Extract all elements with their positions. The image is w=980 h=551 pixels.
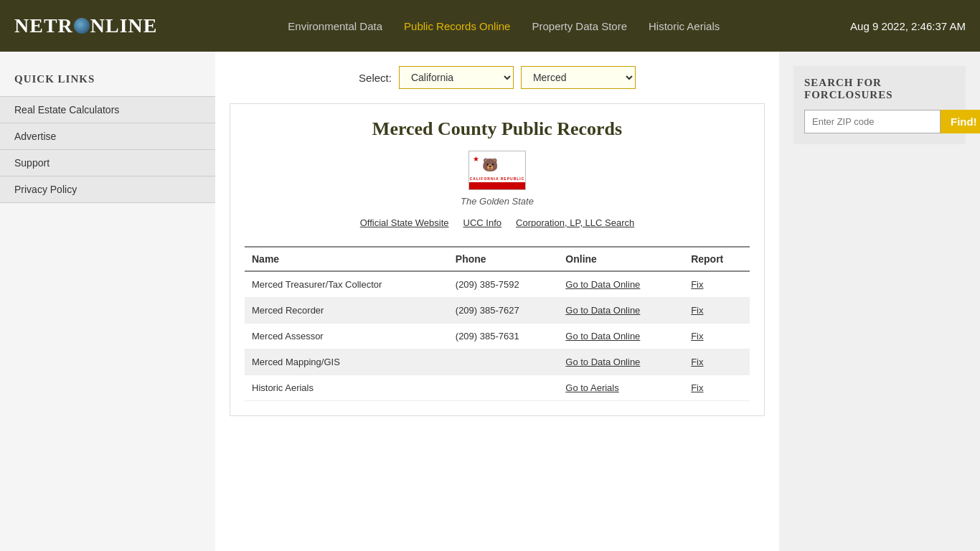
- fix-link-3[interactable]: Fix: [691, 357, 703, 367]
- find-button[interactable]: Find!: [941, 110, 980, 133]
- select-label: Select:: [359, 72, 392, 84]
- table-row: Historic Aerials Go to Aerials Fix: [245, 375, 750, 401]
- col-name: Name: [245, 247, 448, 271]
- nav-property-data-store[interactable]: Property Data Store: [532, 20, 627, 32]
- table-row: Merced Treasurer/Tax Collector (209) 385…: [245, 271, 750, 298]
- sidebar-item-privacy-policy[interactable]: Privacy Policy: [0, 176, 215, 203]
- row-name: Merced Mapping/GIS: [245, 349, 448, 375]
- fix-link-1[interactable]: Fix: [691, 305, 703, 316]
- official-state-website-link[interactable]: Official State Website: [360, 217, 449, 228]
- state-links: Official State Website UCC Info Corporat…: [245, 217, 750, 228]
- row-online: Go to Data Online: [558, 298, 684, 324]
- sidebar-item-support[interactable]: Support: [0, 149, 215, 176]
- fix-link-0[interactable]: Fix: [691, 279, 703, 290]
- records-table: Name Phone Online Report Merced Treasure…: [245, 246, 750, 401]
- nav-historic-aerials[interactable]: Historic Aerials: [649, 20, 720, 32]
- col-phone: Phone: [448, 247, 559, 271]
- row-phone: (209) 385-7631: [448, 324, 559, 349]
- row-name: Merced Assessor: [245, 324, 448, 349]
- row-report: Fix: [684, 349, 750, 375]
- state-nickname: The Golden State: [245, 196, 750, 207]
- county-select[interactable]: Merced Alameda Alpine Amador: [521, 66, 636, 89]
- state-flag-area: ★ 🐻 CALIFORNIA REPUBLIC The Golden State: [245, 151, 750, 207]
- row-name: Merced Recorder: [245, 298, 448, 324]
- go-to-data-online-link-2[interactable]: Go to Data Online: [565, 331, 640, 342]
- select-row: Select: California Alabama Alaska Arizon…: [230, 66, 765, 89]
- row-online: Go to Data Online: [558, 271, 684, 298]
- datetime-display: Aug 9 2022, 2:46:37 AM: [850, 20, 966, 32]
- globe-icon: [74, 18, 90, 34]
- nav-public-records-online[interactable]: Public Records Online: [404, 20, 510, 32]
- row-phone: (209) 385-7627: [448, 298, 559, 324]
- row-report: Fix: [684, 324, 750, 349]
- main-nav: Environmental Data Public Records Online…: [288, 20, 720, 32]
- main-content: Select: California Alabama Alaska Arizon…: [215, 52, 779, 551]
- table-header-row: Name Phone Online Report: [245, 247, 750, 271]
- row-online: Go to Aerials: [558, 375, 684, 401]
- row-name: Merced Treasurer/Tax Collector: [245, 271, 448, 298]
- table-row: Merced Assessor (209) 385-7631 Go to Dat…: [245, 324, 750, 349]
- foreclosure-input-row: Find!: [804, 110, 955, 133]
- quick-links-title: Quick Links: [0, 66, 215, 96]
- flag-bear: 🐻: [482, 157, 498, 173]
- flag-star: ★: [473, 155, 479, 163]
- table-head: Name Phone Online Report: [245, 247, 750, 271]
- row-phone: [448, 375, 559, 401]
- table-row: Merced Recorder (209) 385-7627 Go to Dat…: [245, 298, 750, 324]
- row-phone: (209) 385-7592: [448, 271, 559, 298]
- fix-link-4[interactable]: Fix: [691, 382, 703, 393]
- main-wrapper: Quick Links Real Estate Calculators Adve…: [0, 52, 980, 551]
- county-box: Merced County Public Records ★ 🐻 CALIFOR…: [230, 103, 765, 416]
- row-online: Go to Data Online: [558, 349, 684, 375]
- flag-text: CALIFORNIA REPUBLIC: [469, 176, 525, 181]
- ucc-info-link[interactable]: UCC Info: [463, 217, 501, 228]
- header: NETRNLINE Environmental Data Public Reco…: [0, 0, 980, 52]
- row-phone: [448, 349, 559, 375]
- go-to-data-online-link-3[interactable]: Go to Data Online: [565, 357, 640, 367]
- corporation-search-link[interactable]: Corporation, LP, LLC Search: [516, 217, 634, 228]
- row-report: Fix: [684, 298, 750, 324]
- fix-link-2[interactable]: Fix: [691, 331, 703, 342]
- right-sidebar: Search for Forclosures Find!: [779, 52, 980, 551]
- col-report: Report: [684, 247, 750, 271]
- zip-code-input[interactable]: [804, 110, 941, 133]
- foreclosure-box: Search for Forclosures Find!: [793, 66, 966, 144]
- sidebar-item-real-estate-calculators[interactable]: Real Estate Calculators: [0, 96, 215, 123]
- go-to-data-online-link-0[interactable]: Go to Data Online: [565, 279, 640, 290]
- go-to-data-online-link-1[interactable]: Go to Data Online: [565, 305, 640, 316]
- table-row: Merced Mapping/GIS Go to Data Online Fix: [245, 349, 750, 375]
- left-sidebar: Quick Links Real Estate Calculators Adve…: [0, 52, 215, 551]
- sidebar-item-advertise[interactable]: Advertise: [0, 123, 215, 149]
- go-to-aerials-link-4[interactable]: Go to Aerials: [565, 382, 618, 393]
- foreclosure-title: Search for Forclosures: [804, 77, 955, 101]
- row-name: Historic Aerials: [245, 375, 448, 401]
- california-flag: ★ 🐻 CALIFORNIA REPUBLIC: [468, 151, 526, 190]
- table-body: Merced Treasurer/Tax Collector (209) 385…: [245, 271, 750, 401]
- nav-environmental-data[interactable]: Environmental Data: [288, 20, 382, 32]
- logo[interactable]: NETRNLINE: [14, 14, 158, 37]
- row-report: Fix: [684, 375, 750, 401]
- col-online: Online: [558, 247, 684, 271]
- county-title: Merced County Public Records: [245, 118, 750, 140]
- flag-red-stripe: [469, 182, 525, 189]
- row-report: Fix: [684, 271, 750, 298]
- state-select[interactable]: California Alabama Alaska Arizona: [399, 66, 514, 89]
- row-online: Go to Data Online: [558, 324, 684, 349]
